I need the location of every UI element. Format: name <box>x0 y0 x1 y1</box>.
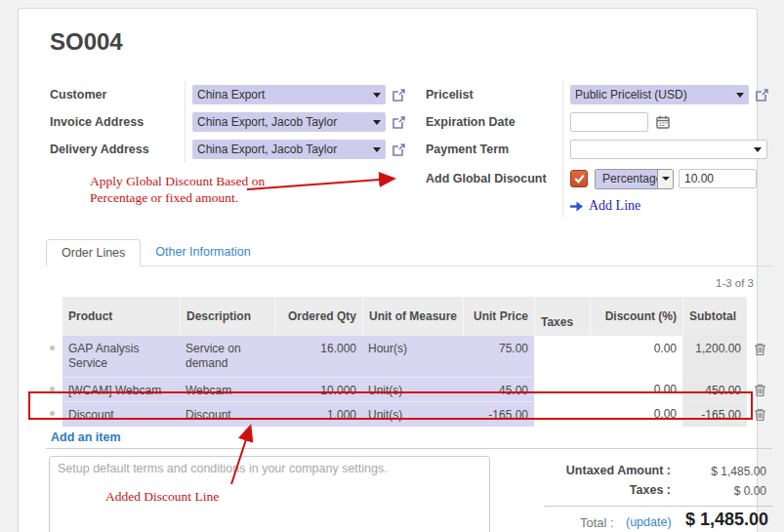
cell-product[interactable]: Discount <box>62 401 180 427</box>
cell-product[interactable]: [WCAM] Webcam <box>62 377 180 401</box>
untaxed-amount-value: $ 1,485.00 <box>671 465 766 478</box>
header-subtotal[interactable]: Subtotal <box>682 297 747 336</box>
cell-unit-price[interactable]: -165.00 <box>463 401 534 427</box>
arrow-right-icon <box>570 201 584 212</box>
discount-type-select[interactable]: Percentage <box>595 169 674 189</box>
invoice-address-label: Invoice Address <box>50 115 185 129</box>
delivery-address-row: Delivery Address China Export, Jacob Tay… <box>50 136 421 163</box>
chevron-down-icon[interactable] <box>736 93 744 98</box>
cell-qty[interactable]: 16.000 <box>274 336 362 377</box>
total-value: $ 1,485.00 <box>649 510 768 530</box>
cell-uom[interactable]: Unit(s) <box>362 377 463 401</box>
header-description[interactable]: Description <box>180 297 274 336</box>
customer-value: China Export <box>197 88 367 102</box>
cell-description[interactable]: Discount <box>180 401 274 427</box>
payment-term-field[interactable] <box>570 140 767 159</box>
tab-order-lines[interactable]: Order Lines <box>46 239 141 266</box>
footer-divider <box>46 448 772 449</box>
row-handle[interactable] <box>46 336 62 377</box>
header-taxes[interactable]: Taxes <box>534 297 590 336</box>
chevron-down-icon[interactable] <box>373 147 381 152</box>
delivery-address-field[interactable]: China Export, Jacob Taylor <box>192 140 386 159</box>
pricelist-value: Public Pricelist (USD) <box>575 88 730 102</box>
cell-qty[interactable]: 1.000 <box>274 401 362 427</box>
add-line-label: Add Line <box>589 198 640 214</box>
cell-unit-price[interactable]: 45.00 <box>463 377 534 401</box>
page-title: SO004 <box>50 28 123 56</box>
delivery-address-label: Delivery Address <box>50 143 185 156</box>
header-unit-of-measure[interactable]: Unit of Measure <box>362 297 463 336</box>
chevron-down-icon[interactable] <box>373 93 381 98</box>
delete-row-button[interactable] <box>747 377 772 401</box>
cell-discount[interactable]: 0.00 <box>590 401 682 427</box>
cell-uom[interactable]: Unit(s) <box>362 401 463 427</box>
invoice-address-row: Invoice Address China Export, Jacob Tayl… <box>50 108 421 136</box>
form-right-group: Pricelist Public Pricelist (USD) Expirat… <box>426 81 777 218</box>
cell-discount[interactable]: 0.00 <box>590 377 682 401</box>
header-product[interactable]: Product <box>62 297 180 336</box>
chevron-down-icon[interactable] <box>373 120 381 125</box>
customer-field[interactable]: China Export <box>192 85 386 104</box>
table-row[interactable]: [WCAM] Webcam Webcam 10.000 Unit(s) 45.0… <box>46 377 772 401</box>
external-link-icon[interactable] <box>755 88 769 102</box>
drag-handle-icon <box>50 387 55 391</box>
customer-label: Customer <box>50 88 185 102</box>
expiration-date-label: Expiration Date <box>426 115 562 129</box>
cell-unit-price[interactable]: 75.00 <box>463 336 534 377</box>
untaxed-amount-label: Untaxed Amount : <box>526 464 671 477</box>
payment-term-row: Payment Term <box>426 136 777 163</box>
trash-icon <box>754 408 766 422</box>
invoice-address-value: China Export, Jacob Taylor <box>197 115 367 129</box>
header-discount[interactable]: Discount (%) <box>590 297 682 336</box>
totals-divider <box>544 506 773 507</box>
invoice-address-field[interactable]: China Export, Jacob Taylor <box>192 112 386 132</box>
annotation-global-discount: Apply Global Discount Based on Percentag… <box>90 173 265 206</box>
row-handle[interactable] <box>46 401 62 427</box>
cell-description[interactable]: Webcam <box>180 377 274 401</box>
global-discount-value-input[interactable] <box>679 169 757 188</box>
external-link-icon[interactable] <box>392 143 406 157</box>
cell-uom[interactable]: Hour(s) <box>362 336 463 377</box>
external-link-icon[interactable] <box>392 115 406 130</box>
trash-icon <box>754 343 766 356</box>
cell-taxes[interactable] <box>534 336 590 377</box>
cell-taxes[interactable] <box>534 401 590 427</box>
chevron-down-icon[interactable] <box>754 147 762 152</box>
table-row-discount[interactable]: Discount Discount 1.000 Unit(s) -165.00 … <box>46 401 772 427</box>
tab-other-information[interactable]: Other Information <box>141 239 265 266</box>
cell-subtotal[interactable]: 1,200.00 <box>682 336 747 377</box>
calendar-icon[interactable] <box>656 115 670 129</box>
external-link-icon[interactable] <box>392 88 406 102</box>
expiration-date-input[interactable] <box>570 112 648 132</box>
cell-taxes[interactable] <box>534 377 590 401</box>
cell-subtotal[interactable]: -165.00 <box>682 401 747 427</box>
header-ordered-qty[interactable]: Ordered Qty <box>274 297 362 336</box>
header-unit-price[interactable]: Unit Price <box>463 297 534 336</box>
taxes-value: $ 0.00 <box>671 484 766 498</box>
page: SO004 Customer China Export Invoice Addr… <box>0 0 784 532</box>
delivery-address-value: China Export, Jacob Taylor <box>197 143 367 156</box>
form-left-group: Customer China Export Invoice Address Ch… <box>50 81 421 163</box>
pricelist-row: Pricelist Public Pricelist (USD) <box>426 81 777 108</box>
drag-handle-icon <box>50 411 55 416</box>
delete-row-button[interactable] <box>747 336 772 377</box>
header-gutter <box>46 297 62 336</box>
cell-subtotal[interactable]: 450.00 <box>682 377 747 401</box>
checkmark-icon <box>574 174 585 184</box>
drag-handle-icon <box>50 346 55 350</box>
pricelist-field[interactable]: Public Pricelist (USD) <box>570 85 749 104</box>
row-handle[interactable] <box>46 377 62 401</box>
global-discount-checkbox[interactable] <box>570 170 588 187</box>
cell-discount[interactable]: 0.00 <box>590 336 682 377</box>
cell-description[interactable]: Service on demand <box>180 336 274 377</box>
trash-icon <box>754 384 766 397</box>
payment-term-label: Payment Term <box>426 143 562 156</box>
table-row[interactable]: GAP Analysis Service Service on demand 1… <box>46 336 772 377</box>
add-an-item-link[interactable]: Add an item <box>51 430 121 444</box>
cell-product[interactable]: GAP Analysis Service <box>62 336 180 377</box>
add-line-button[interactable]: Add Line <box>570 198 640 214</box>
cell-qty[interactable]: 10.000 <box>274 377 362 401</box>
select-dropdown-button[interactable] <box>657 170 673 188</box>
tabbar: Order Lines Other Information <box>46 239 266 266</box>
delete-row-button[interactable] <box>747 401 772 427</box>
